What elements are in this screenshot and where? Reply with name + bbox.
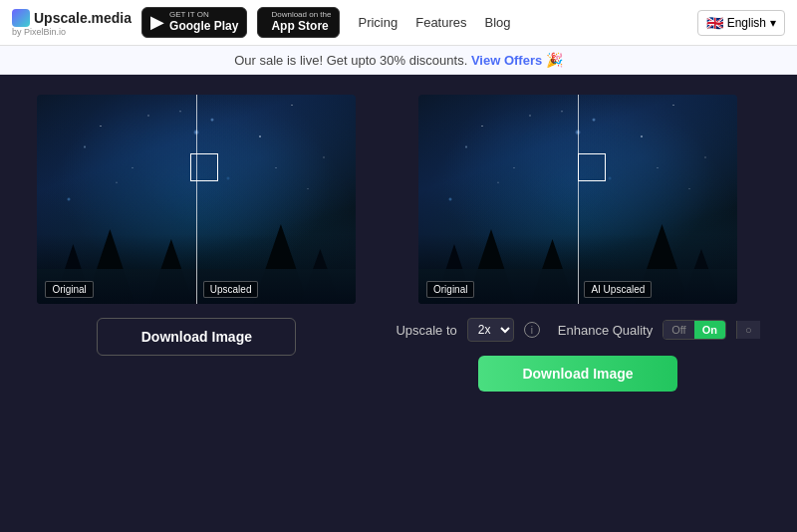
google-play-button[interactable]: ▶ GET IT ON Google Play bbox=[141, 7, 247, 37]
ai-upscaled-label: AI Upscaled bbox=[584, 281, 652, 298]
compare-divider bbox=[196, 95, 197, 304]
upscaled-label: Upscaled bbox=[203, 281, 259, 298]
navbar: Upscale.media by PixelBin.io ▶ GET IT ON… bbox=[0, 0, 797, 46]
flag-icon: 🇬🇧 bbox=[706, 15, 723, 31]
upscale-select[interactable]: 2x 1x 4x 8x bbox=[467, 318, 514, 342]
toggle-on-option[interactable]: On bbox=[694, 321, 725, 339]
logo-text: Upscale.media bbox=[34, 10, 132, 26]
right-compare-divider bbox=[578, 95, 579, 304]
left-download-button[interactable]: Download Image bbox=[97, 318, 296, 356]
view-offers-text: View Offers bbox=[471, 53, 542, 68]
right-image-compare: Original AI Upscaled bbox=[418, 95, 737, 304]
left-panel: Original Upscaled Download Image bbox=[37, 95, 356, 356]
google-play-name: Google Play bbox=[169, 19, 238, 33]
original-label: Original bbox=[45, 281, 93, 298]
zoom-indicator bbox=[190, 153, 218, 181]
toggle-group: Off On bbox=[663, 320, 726, 340]
chevron-down-icon: ▾ bbox=[770, 16, 776, 30]
app-store-name: App Store bbox=[271, 19, 331, 33]
right-panel: Original AI Upscaled Upscale to 2x 1x 4x… bbox=[396, 95, 759, 392]
logo: Upscale.media bbox=[12, 9, 132, 27]
app-store-button[interactable]: Download on the App Store bbox=[257, 7, 340, 37]
view-offers-link[interactable]: View Offers bbox=[471, 53, 546, 68]
right-zoom-indicator bbox=[578, 153, 606, 181]
app-store-sub: Download on the bbox=[271, 11, 331, 19]
toggle-off-option[interactable]: Off bbox=[664, 321, 693, 339]
logo-area: Upscale.media by PixelBin.io bbox=[12, 9, 132, 37]
main-content: Original Upscaled Download Image bbox=[0, 75, 797, 528]
toggle-extra-option[interactable]: ○ bbox=[736, 321, 760, 339]
nav-blog[interactable]: Blog bbox=[485, 15, 511, 30]
sale-banner-text: Our sale is live! Get upto 30% discounts… bbox=[234, 53, 467, 68]
logo-icon bbox=[12, 9, 30, 27]
sale-banner: Our sale is live! Get upto 30% discounts… bbox=[0, 46, 797, 75]
left-image-compare: Original Upscaled bbox=[37, 95, 356, 304]
controls-row: Upscale to 2x 1x 4x 8x i Enhance Quality… bbox=[396, 318, 759, 342]
google-play-icon: ▶ bbox=[150, 11, 164, 33]
nav-pricing[interactable]: Pricing bbox=[358, 15, 398, 30]
party-emoji: 🎉 bbox=[546, 52, 563, 68]
google-play-sub: GET IT ON bbox=[169, 11, 238, 19]
right-original-label: Original bbox=[426, 281, 474, 298]
language-label: English bbox=[727, 16, 766, 30]
info-icon[interactable]: i bbox=[524, 322, 540, 338]
nav-links: Pricing Features Blog bbox=[358, 15, 510, 30]
nav-features[interactable]: Features bbox=[415, 15, 466, 30]
upscale-to-label: Upscale to bbox=[396, 323, 456, 338]
logo-sub: by PixelBin.io bbox=[12, 27, 132, 37]
language-selector[interactable]: 🇬🇧 English ▾ bbox=[697, 10, 785, 36]
right-download-button[interactable]: Download Image bbox=[478, 356, 677, 392]
enhance-quality-label: Enhance Quality bbox=[558, 323, 653, 338]
panels-container: Original Upscaled Download Image bbox=[30, 95, 767, 508]
